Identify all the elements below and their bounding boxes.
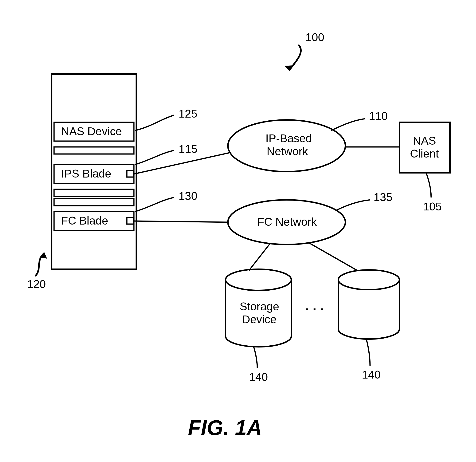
fc-blade-port bbox=[127, 218, 133, 224]
ref-130: 130 bbox=[178, 190, 197, 202]
ref-100: 100 bbox=[306, 31, 324, 44]
storage-ellipsis: . . . bbox=[306, 298, 324, 313]
fc-blade-label: FC Blade bbox=[61, 214, 108, 227]
ref-110: 110 bbox=[369, 110, 388, 122]
link-ips-to-ipnet bbox=[134, 153, 229, 174]
fc-network-label: FC Network bbox=[257, 216, 317, 228]
ip-network-label-1: IP-Based bbox=[265, 132, 312, 145]
storage-left-label-2: Device bbox=[242, 313, 277, 326]
svg-point-5 bbox=[338, 270, 400, 290]
nas-client: NAS Client bbox=[400, 122, 450, 173]
callout-120-arrow bbox=[35, 253, 47, 276]
fc-network: FC Network bbox=[228, 200, 345, 244]
ips-blade-label: IPS Blade bbox=[61, 167, 111, 180]
empty-slot-2 bbox=[54, 189, 134, 196]
callout-100-arrow bbox=[284, 45, 301, 70]
ref-125: 125 bbox=[178, 107, 197, 120]
ref-135: 135 bbox=[374, 191, 392, 203]
leader-125 bbox=[135, 115, 174, 131]
ref-105: 105 bbox=[423, 200, 442, 213]
leader-110 bbox=[331, 119, 365, 131]
svg-point-4 bbox=[226, 269, 291, 290]
leader-115 bbox=[135, 150, 174, 165]
figure-label: FIG. 1A bbox=[188, 416, 262, 439]
empty-slot-3 bbox=[54, 199, 134, 206]
chassis: NAS Device IPS Blade FC Blade bbox=[52, 74, 136, 269]
leader-140-right bbox=[366, 340, 370, 366]
ref-120: 120 bbox=[27, 278, 46, 290]
ref-115: 115 bbox=[178, 143, 197, 155]
link-fcnet-to-storage-right bbox=[308, 242, 357, 270]
leader-140-left bbox=[254, 347, 257, 368]
ips-blade-port bbox=[127, 170, 133, 177]
leader-135 bbox=[336, 200, 370, 210]
nas-client-label-2: Client bbox=[410, 148, 439, 160]
ip-network: IP-Based Network bbox=[228, 120, 345, 172]
nas-device-label: NAS Device bbox=[61, 125, 122, 138]
nas-client-label-1: NAS bbox=[413, 134, 436, 147]
ip-network-label-2: Network bbox=[267, 145, 308, 157]
storage-left-label-1: Storage bbox=[240, 300, 279, 313]
ref-140-left: 140 bbox=[249, 371, 268, 383]
empty-slot-1 bbox=[54, 147, 134, 154]
link-fcnet-to-storage-left bbox=[249, 243, 270, 270]
link-fc-to-fcnet bbox=[134, 221, 228, 222]
leader-130 bbox=[135, 198, 174, 212]
leader-105 bbox=[426, 174, 431, 198]
storage-device-left: Storage Device bbox=[226, 269, 291, 347]
storage-device-right bbox=[338, 270, 400, 339]
ref-140-right: 140 bbox=[362, 368, 381, 381]
